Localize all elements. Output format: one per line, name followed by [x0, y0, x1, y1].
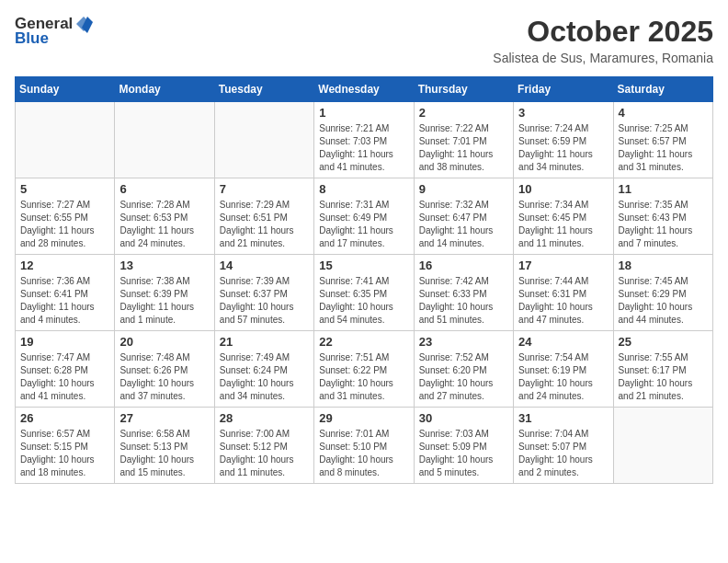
- day-number: 30: [419, 411, 508, 425]
- weekday-header-wednesday: Wednesday: [314, 77, 414, 102]
- calendar-week-row: 26Sunrise: 6:57 AM Sunset: 5:15 PM Dayli…: [16, 408, 713, 484]
- calendar-cell: 12Sunrise: 7:36 AM Sunset: 6:41 PM Dayli…: [16, 255, 115, 331]
- day-info: Sunrise: 7:27 AM Sunset: 6:55 PM Dayligh…: [20, 199, 109, 250]
- day-number: 4: [619, 106, 708, 120]
- day-info: Sunrise: 7:25 AM Sunset: 6:57 PM Dayligh…: [619, 122, 708, 174]
- calendar-cell: 8Sunrise: 7:31 AM Sunset: 6:49 PM Daylig…: [314, 178, 414, 255]
- day-number: 8: [319, 182, 408, 196]
- calendar-cell: 15Sunrise: 7:41 AM Sunset: 6:35 PM Dayli…: [314, 255, 414, 331]
- day-number: 27: [119, 411, 209, 425]
- calendar-cell: 13Sunrise: 7:38 AM Sunset: 6:39 PM Dayli…: [115, 255, 214, 331]
- day-number: 7: [220, 182, 309, 196]
- day-info: Sunrise: 7:51 AM Sunset: 6:22 PM Dayligh…: [319, 351, 408, 403]
- day-info: Sunrise: 7:54 AM Sunset: 6:19 PM Dayligh…: [518, 351, 608, 403]
- calendar-cell: 23Sunrise: 7:52 AM Sunset: 6:20 PM Dayli…: [414, 331, 513, 408]
- day-info: Sunrise: 7:42 AM Sunset: 6:33 PM Dayligh…: [419, 275, 508, 327]
- day-number: 21: [220, 335, 309, 349]
- day-info: Sunrise: 7:48 AM Sunset: 6:26 PM Dayligh…: [119, 351, 209, 403]
- calendar-cell: 1Sunrise: 7:21 AM Sunset: 7:03 PM Daylig…: [314, 102, 414, 178]
- day-number: 14: [220, 259, 309, 272]
- day-number: 28: [220, 411, 309, 425]
- day-info: Sunrise: 7:24 AM Sunset: 6:59 PM Dayligh…: [518, 122, 608, 174]
- day-number: 9: [419, 182, 508, 196]
- calendar-week-row: 1Sunrise: 7:21 AM Sunset: 7:03 PM Daylig…: [16, 102, 713, 178]
- calendar-cell: 20Sunrise: 7:48 AM Sunset: 6:26 PM Dayli…: [115, 331, 214, 408]
- calendar-cell: 6Sunrise: 7:28 AM Sunset: 6:53 PM Daylig…: [115, 178, 214, 255]
- day-info: Sunrise: 7:35 AM Sunset: 6:43 PM Dayligh…: [619, 199, 708, 250]
- day-number: 24: [518, 335, 608, 349]
- day-info: Sunrise: 7:55 AM Sunset: 6:17 PM Dayligh…: [619, 351, 708, 403]
- calendar-cell: [214, 102, 313, 178]
- day-number: 18: [619, 259, 708, 272]
- day-info: Sunrise: 7:32 AM Sunset: 6:47 PM Dayligh…: [419, 199, 508, 250]
- calendar-cell: 28Sunrise: 7:00 AM Sunset: 5:12 PM Dayli…: [214, 408, 313, 484]
- day-info: Sunrise: 7:36 AM Sunset: 6:41 PM Dayligh…: [20, 275, 109, 327]
- calendar-cell: 7Sunrise: 7:29 AM Sunset: 6:51 PM Daylig…: [214, 178, 313, 255]
- calendar-cell: 31Sunrise: 7:04 AM Sunset: 5:07 PM Dayli…: [514, 408, 613, 484]
- calendar-cell: 30Sunrise: 7:03 AM Sunset: 5:09 PM Dayli…: [414, 408, 513, 484]
- calendar-cell: [16, 102, 115, 178]
- day-number: 11: [619, 182, 708, 196]
- day-info: Sunrise: 7:39 AM Sunset: 6:37 PM Dayligh…: [220, 275, 309, 327]
- weekday-header-thursday: Thursday: [414, 77, 513, 102]
- calendar-cell: 3Sunrise: 7:24 AM Sunset: 6:59 PM Daylig…: [514, 102, 613, 178]
- day-info: Sunrise: 7:29 AM Sunset: 6:51 PM Dayligh…: [220, 199, 309, 250]
- day-info: Sunrise: 7:45 AM Sunset: 6:29 PM Dayligh…: [619, 275, 708, 327]
- day-number: 31: [518, 411, 608, 425]
- calendar-cell: 17Sunrise: 7:44 AM Sunset: 6:31 PM Dayli…: [514, 255, 613, 331]
- calendar-cell: 16Sunrise: 7:42 AM Sunset: 6:33 PM Dayli…: [414, 255, 513, 331]
- logo-blue-text: Blue: [15, 29, 49, 48]
- calendar-cell: 24Sunrise: 7:54 AM Sunset: 6:19 PM Dayli…: [514, 331, 613, 408]
- calendar-cell: 25Sunrise: 7:55 AM Sunset: 6:17 PM Dayli…: [613, 331, 712, 408]
- calendar-cell: 18Sunrise: 7:45 AM Sunset: 6:29 PM Dayli…: [613, 255, 712, 331]
- weekday-header-row: SundayMondayTuesdayWednesdayThursdayFrid…: [16, 77, 713, 102]
- day-number: 2: [419, 106, 508, 120]
- calendar-cell: 10Sunrise: 7:34 AM Sunset: 6:45 PM Dayli…: [514, 178, 613, 255]
- calendar-cell: 27Sunrise: 6:58 AM Sunset: 5:13 PM Dayli…: [115, 408, 214, 484]
- calendar-table: SundayMondayTuesdayWednesdayThursdayFrid…: [15, 76, 713, 484]
- day-number: 26: [20, 411, 109, 425]
- calendar-cell: 14Sunrise: 7:39 AM Sunset: 6:37 PM Dayli…: [214, 255, 313, 331]
- title-area: October 2025 Salistea de Sus, Maramures,…: [493, 15, 713, 65]
- weekday-header-saturday: Saturday: [613, 77, 712, 102]
- calendar-cell: 22Sunrise: 7:51 AM Sunset: 6:22 PM Dayli…: [314, 331, 414, 408]
- day-number: 15: [319, 259, 408, 272]
- calendar-week-row: 12Sunrise: 7:36 AM Sunset: 6:41 PM Dayli…: [16, 255, 713, 331]
- day-info: Sunrise: 7:28 AM Sunset: 6:53 PM Dayligh…: [119, 199, 209, 250]
- day-info: Sunrise: 7:31 AM Sunset: 6:49 PM Dayligh…: [319, 199, 408, 250]
- day-number: 6: [119, 182, 209, 196]
- day-info: Sunrise: 6:57 AM Sunset: 5:15 PM Dayligh…: [20, 428, 109, 479]
- weekday-header-tuesday: Tuesday: [214, 77, 313, 102]
- day-number: 5: [20, 182, 109, 196]
- calendar-cell: [613, 408, 712, 484]
- day-info: Sunrise: 7:03 AM Sunset: 5:09 PM Dayligh…: [419, 428, 508, 479]
- logo: General Blue: [15, 15, 93, 48]
- day-number: 29: [319, 411, 408, 425]
- day-number: 3: [518, 106, 608, 120]
- page-header: General Blue October 2025 Salistea de Su…: [15, 15, 713, 65]
- weekday-header-friday: Friday: [514, 77, 613, 102]
- calendar-cell: 5Sunrise: 7:27 AM Sunset: 6:55 PM Daylig…: [16, 178, 115, 255]
- calendar-week-row: 19Sunrise: 7:47 AM Sunset: 6:28 PM Dayli…: [16, 331, 713, 408]
- calendar-cell: 26Sunrise: 6:57 AM Sunset: 5:15 PM Dayli…: [16, 408, 115, 484]
- weekday-header-monday: Monday: [115, 77, 214, 102]
- day-number: 10: [518, 182, 608, 196]
- day-info: Sunrise: 7:47 AM Sunset: 6:28 PM Dayligh…: [20, 351, 109, 403]
- month-title: October 2025: [493, 15, 713, 49]
- day-info: Sunrise: 7:04 AM Sunset: 5:07 PM Dayligh…: [518, 428, 608, 479]
- calendar-cell: 11Sunrise: 7:35 AM Sunset: 6:43 PM Dayli…: [613, 178, 712, 255]
- day-number: 22: [319, 335, 408, 349]
- day-number: 13: [119, 259, 209, 272]
- calendar-week-row: 5Sunrise: 7:27 AM Sunset: 6:55 PM Daylig…: [16, 178, 713, 255]
- day-number: 23: [419, 335, 508, 349]
- day-info: Sunrise: 7:52 AM Sunset: 6:20 PM Dayligh…: [419, 351, 508, 403]
- day-number: 12: [20, 259, 109, 272]
- calendar-cell: 29Sunrise: 7:01 AM Sunset: 5:10 PM Dayli…: [314, 408, 414, 484]
- calendar-cell: 19Sunrise: 7:47 AM Sunset: 6:28 PM Dayli…: [16, 331, 115, 408]
- day-number: 25: [619, 335, 708, 349]
- location-subtitle: Salistea de Sus, Maramures, Romania: [493, 51, 713, 65]
- day-info: Sunrise: 7:44 AM Sunset: 6:31 PM Dayligh…: [518, 275, 608, 327]
- day-number: 1: [319, 106, 408, 120]
- day-info: Sunrise: 7:38 AM Sunset: 6:39 PM Dayligh…: [119, 275, 209, 327]
- calendar-cell: 21Sunrise: 7:49 AM Sunset: 6:24 PM Dayli…: [214, 331, 313, 408]
